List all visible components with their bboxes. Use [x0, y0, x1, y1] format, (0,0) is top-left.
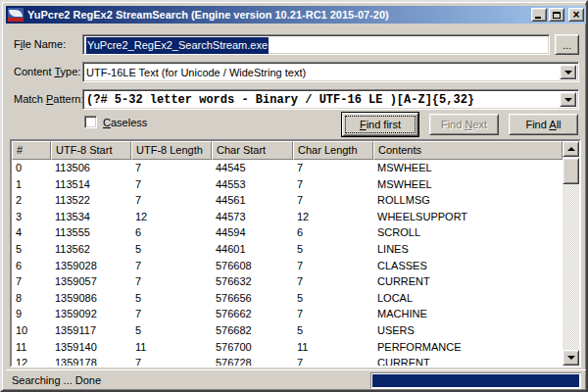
table-cell: 7 — [293, 306, 373, 322]
table-cell: 7 — [12, 273, 51, 290]
caseless-checkbox[interactable]: Caseless — [84, 116, 147, 128]
file-name-value: YuPcre2_RegEx2_SearchStream.exe — [86, 37, 269, 54]
table-cell: 11 — [12, 339, 51, 356]
content-type-select[interactable]: UTF-16LE Text (for Unicode / WideString … — [82, 62, 579, 82]
table-cell: 7 — [293, 176, 373, 193]
browse-button[interactable]: ... — [555, 34, 579, 55]
column-header[interactable]: UTF-8 Length — [131, 141, 212, 160]
table-row[interactable]: 3113534124457312WHEELSUPPORT — [12, 209, 563, 225]
status-bar: Searching ... Done — [6, 369, 586, 390]
table-cell: 113506 — [51, 160, 131, 176]
table-cell: 44561 — [212, 192, 293, 209]
column-header[interactable]: UTF-8 Start — [51, 141, 131, 160]
find-next-button[interactable]: Find Next — [429, 114, 499, 135]
file-name-input[interactable]: YuPcre2_RegEx2_SearchStream.exe — [82, 34, 550, 55]
table-cell: 5 — [293, 241, 373, 258]
table-cell: 7 — [293, 160, 373, 176]
table-cell: 576728 — [212, 355, 293, 366]
column-header[interactable]: Char Start — [212, 141, 293, 160]
table-cell: CURRENT — [373, 273, 563, 290]
table-cell: CLASSES — [373, 258, 563, 274]
table-cell: 1 — [12, 176, 51, 193]
table-row[interactable]: 21135227445617ROLLMSG — [12, 192, 563, 209]
scroll-up-button[interactable] — [563, 141, 579, 157]
table-row[interactable]: 51135625446015LINES — [12, 241, 563, 258]
checkbox-box-icon[interactable] — [84, 116, 97, 128]
content-type-dropdown-button[interactable] — [560, 65, 576, 79]
table-cell: 7 — [131, 192, 212, 209]
table-cell: 5 — [12, 241, 51, 258]
table-cell: 5 — [131, 290, 212, 307]
table-cell: 7 — [293, 355, 373, 366]
scroll-down-button[interactable] — [563, 350, 579, 366]
table-cell: 3 — [12, 209, 51, 225]
table-cell: 12 — [131, 209, 212, 225]
table-row[interactable]: 8135908655766565LOCAL — [12, 290, 563, 307]
column-header[interactable]: Contents — [373, 141, 563, 160]
titlebar-buttons: × — [531, 8, 584, 22]
table-cell: 1359140 — [51, 339, 131, 356]
find-all-button[interactable]: Find All — [509, 114, 578, 135]
table-cell: ROLLMSG — [373, 192, 563, 209]
table-row[interactable]: 10135911755766825USERS — [12, 322, 563, 339]
find-first-button[interactable]: Find first — [342, 113, 418, 136]
table-cell: USERS — [373, 322, 563, 339]
table-cell: 9 — [12, 306, 51, 322]
table-cell: 1359092 — [51, 306, 131, 322]
table-cell: 10 — [12, 322, 51, 339]
table-cell: PERFORMANCE — [373, 339, 563, 356]
progress-bar — [370, 372, 581, 389]
vertical-scrollbar[interactable] — [563, 141, 579, 366]
table-cell: 44573 — [212, 209, 293, 225]
status-text: Searching ... Done — [12, 374, 101, 386]
table-cell: 7 — [293, 273, 373, 290]
table-cell: 7 — [131, 355, 212, 366]
column-header[interactable]: Char Length — [293, 141, 373, 160]
match-pattern-dropdown-button[interactable] — [560, 92, 576, 107]
table-cell: 5 — [131, 322, 212, 339]
table-cell: LOCAL — [373, 290, 563, 307]
minimize-button[interactable] — [531, 8, 547, 22]
table-cell: 1359178 — [51, 355, 131, 366]
table-row[interactable]: 12135917875767287CURRENT — [12, 355, 563, 366]
table-row[interactable]: 6135902875766087CLASSES — [12, 258, 563, 274]
table-cell: 576700 — [212, 339, 293, 356]
table-body: 01135067445457MSWHEEL11135147445537MSWHE… — [12, 160, 563, 366]
table-cell: LINES — [373, 241, 563, 258]
table-cell: 1359028 — [51, 258, 131, 274]
table-cell: 6 — [12, 258, 51, 274]
table-row[interactable]: 1113591401157670011PERFORMANCE — [12, 339, 563, 356]
table-cell: 576608 — [212, 258, 293, 274]
title-bar: YuPcre2 RegEx2 StreamSearch (Engine vers… — [6, 6, 586, 24]
table-cell: 113562 — [51, 241, 131, 258]
close-button[interactable]: × — [568, 8, 584, 22]
match-pattern-select[interactable]: (?# 5-32 letter words - Binary / UTF-16 … — [82, 89, 579, 110]
chevron-down-icon — [564, 71, 572, 74]
scrollbar-thumb[interactable] — [563, 158, 579, 184]
table-cell: 12 — [293, 209, 373, 225]
arrow-up-icon — [567, 147, 575, 151]
table-cell: 113534 — [51, 209, 131, 225]
table-cell: 1359086 — [51, 290, 131, 307]
progress-fill — [372, 374, 579, 387]
table-cell: 7 — [131, 273, 212, 290]
table-row[interactable]: 11135147445537MSWHEEL — [12, 176, 563, 193]
table-cell: 7 — [293, 258, 373, 274]
arrow-down-icon — [567, 356, 575, 360]
column-header[interactable]: # — [12, 141, 51, 160]
table-row[interactable]: 41135556445946SCROLL — [12, 224, 563, 241]
results-table: #UTF-8 StartUTF-8 LengthChar StartChar L… — [10, 139, 581, 368]
table-cell: 113522 — [51, 192, 131, 209]
table-row[interactable]: 9135909275766627MACHINE — [12, 306, 563, 322]
table-cell: 576662 — [212, 306, 293, 322]
table-cell: 7 — [131, 258, 212, 274]
maximize-button[interactable] — [549, 8, 564, 22]
table-row[interactable]: 01135067445457MSWHEEL — [12, 160, 563, 176]
table-cell: SCROLL — [373, 224, 563, 241]
table-cell: 7 — [293, 192, 373, 209]
match-pattern-value: (?# 5-32 letter words - Binary / UTF-16 … — [86, 92, 557, 108]
table-cell: 4 — [12, 224, 51, 241]
table-cell: CURRENT — [373, 355, 563, 366]
table-row[interactable]: 7135905775766327CURRENT — [12, 273, 563, 290]
content-type-label: Content Type: — [14, 66, 80, 77]
